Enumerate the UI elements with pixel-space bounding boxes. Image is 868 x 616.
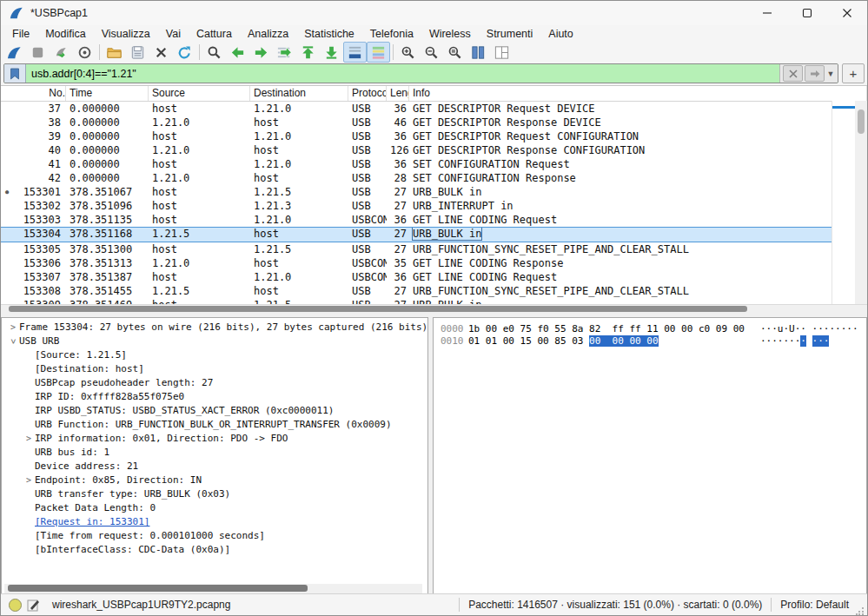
packet-row-38[interactable]: 380.0000001.21.0hostUSB46GET DESCRIPTOR … bbox=[1, 116, 867, 129]
close-file-icon[interactable] bbox=[149, 42, 173, 63]
detail-line[interactable]: >IRP information: 0x01, Direction: PDO -… bbox=[2, 432, 427, 446]
hex-bytes[interactable]: 1b 00 e0 75 f0 55 8a 82 ff ff 11 00 00 c… bbox=[468, 323, 745, 335]
packet-list-vertical-scrollbar[interactable] bbox=[855, 101, 867, 305]
save-file-icon[interactable] bbox=[126, 42, 149, 63]
detail-line[interactable]: USBPcap pseudoheader length: 27 bbox=[2, 376, 427, 390]
close-icon[interactable] bbox=[827, 1, 867, 25]
hex-row-0000[interactable]: 00001b 00 e0 75 f0 55 8a 82 ff ff 11 00 … bbox=[434, 323, 866, 335]
horizontal-scrollbar-thumb[interactable] bbox=[9, 306, 747, 312]
zoom-in-icon[interactable] bbox=[396, 42, 420, 63]
packet-row-37[interactable]: 370.000000host1.21.0USB36GET DESCRIPTOR … bbox=[1, 102, 867, 116]
menu-item-cattura[interactable]: Cattura bbox=[189, 27, 240, 41]
expander-expanded-icon[interactable]: > bbox=[6, 335, 20, 348]
packet-row-41[interactable]: 410.000000host1.21.0USB36SET CONFIGURATI… bbox=[1, 157, 867, 171]
expander-collapsed-icon[interactable]: > bbox=[23, 474, 35, 487]
auto-scroll-icon[interactable] bbox=[343, 42, 367, 63]
display-filter-field[interactable]: usb.addr[0:4]=="1.21" ▼ bbox=[3, 63, 838, 83]
zoom-normal-icon[interactable] bbox=[443, 42, 467, 63]
first-packet-icon[interactable] bbox=[296, 42, 320, 63]
hex-bytes[interactable]: 01 01 00 15 00 85 03 00 00 00 00 bbox=[468, 335, 659, 348]
next-packet-icon[interactable] bbox=[249, 42, 273, 63]
packet-row-153308[interactable]: 153308378.3514551.21.5hostUSB27URB_FUNCT… bbox=[1, 284, 867, 298]
detail-line[interactable]: URB bus id: 1 bbox=[2, 446, 427, 460]
detail-line[interactable]: IRP ID: 0xffff828a55f075e0 bbox=[2, 390, 427, 404]
expander-collapsed-icon[interactable]: > bbox=[7, 321, 19, 334]
vertical-scrollbar-thumb[interactable] bbox=[858, 109, 865, 134]
menu-item-vai[interactable]: Vai bbox=[158, 27, 189, 41]
column-header-source[interactable]: Source bbox=[149, 86, 250, 101]
stop-capture-icon[interactable] bbox=[26, 42, 50, 63]
expander-collapsed-icon[interactable]: > bbox=[23, 432, 35, 446]
ascii-bytes[interactable]: ···u·U·· ········ bbox=[760, 323, 858, 335]
packet-row-153305[interactable]: 153305378.351300host1.21.5USB27URB_FUNCT… bbox=[1, 242, 867, 256]
column-header-protocol[interactable]: Protocol bbox=[348, 86, 387, 101]
packet-row-40[interactable]: 400.0000001.21.0hostUSB126GET DESCRIPTOR… bbox=[1, 143, 867, 157]
detail-line[interactable]: Packet Data Length: 0 bbox=[2, 501, 427, 515]
reload-file-icon[interactable] bbox=[173, 42, 196, 63]
zoom-out-icon[interactable] bbox=[420, 42, 443, 63]
hex-row-0010[interactable]: 001001 01 00 15 00 85 03 00 00 00 00····… bbox=[434, 335, 866, 348]
column-header-destination[interactable]: Destination bbox=[250, 86, 348, 101]
capture-options-icon[interactable] bbox=[73, 42, 96, 63]
packet-row-42[interactable]: 420.0000001.21.0hostUSB28SET CONFIGURATI… bbox=[1, 171, 867, 185]
packet-row-153301[interactable]: 153301●378.351067host1.21.5USB27URB_BULK… bbox=[1, 185, 867, 199]
menu-item-modifica[interactable]: Modifica bbox=[37, 27, 94, 41]
clear-filter-icon[interactable] bbox=[783, 65, 803, 82]
colorize-icon[interactable] bbox=[367, 42, 390, 63]
find-packet-icon[interactable] bbox=[202, 42, 226, 63]
display-filter-input[interactable]: usb.addr[0:4]=="1.21" bbox=[26, 64, 779, 83]
detail-line[interactable]: [Destination: host] bbox=[2, 362, 427, 376]
packet-row-153302[interactable]: 153302378.351096host1.21.3USB27URB_INTER… bbox=[1, 199, 867, 213]
detail-line[interactable]: [Source: 1.21.5] bbox=[2, 348, 427, 362]
profile-label[interactable]: Profilo: Default bbox=[780, 599, 849, 611]
layout-icon[interactable] bbox=[490, 42, 514, 63]
ascii-bytes[interactable]: ········ ··· bbox=[760, 335, 829, 348]
menu-item-strumenti[interactable]: Strumenti bbox=[479, 27, 541, 41]
menu-item-analizza[interactable]: Analizza bbox=[240, 27, 296, 41]
apply-filter-icon[interactable] bbox=[805, 65, 825, 82]
menu-item-statistiche[interactable]: Statistiche bbox=[296, 27, 362, 41]
resize-grip-icon[interactable] bbox=[856, 606, 865, 615]
start-capture-icon[interactable] bbox=[3, 42, 26, 63]
add-filter-button[interactable]: + bbox=[842, 63, 865, 83]
packet-list-minimap[interactable] bbox=[832, 101, 855, 305]
detail-line[interactable]: [bInterfaceClass: CDC-Data (0x0a)] bbox=[2, 543, 427, 557]
details-horizontal-scrollbar[interactable] bbox=[4, 584, 422, 593]
packet-row-153306[interactable]: 153306378.3513131.21.0hostUSBCOM35GET LI… bbox=[1, 256, 867, 270]
packet-row-153304[interactable]: 153304378.3511681.21.5hostUSB27URB_BULK … bbox=[1, 227, 867, 242]
packet-row-153307[interactable]: 153307378.351387host1.21.0USBCOM36GET LI… bbox=[1, 270, 867, 284]
detail-line[interactable]: [Request in: 153301] bbox=[2, 515, 427, 529]
go-to-packet-icon[interactable] bbox=[273, 42, 296, 63]
last-packet-icon[interactable] bbox=[320, 42, 343, 63]
menu-item-file[interactable]: File bbox=[4, 27, 37, 41]
packet-row-153303[interactable]: 153303378.351135host1.21.0USBCOM36GET LI… bbox=[1, 213, 867, 227]
detail-line[interactable]: URB transfer type: URB_BULK (0x03) bbox=[2, 487, 427, 501]
expert-info-icon[interactable] bbox=[9, 599, 22, 612]
open-file-icon[interactable] bbox=[103, 42, 126, 63]
detail-line[interactable]: [Time from request: 0.000101000 seconds] bbox=[2, 529, 427, 543]
filter-dropdown-icon[interactable]: ▼ bbox=[825, 70, 836, 78]
details-scrollbar-thumb[interactable] bbox=[8, 585, 308, 592]
column-header-time[interactable]: Time bbox=[66, 86, 149, 101]
resize-columns-icon[interactable] bbox=[467, 42, 490, 63]
detail-line[interactable]: URB Function: URB_FUNCTION_BULK_OR_INTER… bbox=[2, 418, 427, 432]
packet-row-39[interactable]: 390.000000host1.21.0USB36GET DESCRIPTOR … bbox=[1, 129, 867, 143]
detail-line[interactable]: >Frame 153304: 27 bytes on wire (216 bit… bbox=[2, 321, 427, 334]
menu-item-aiuto[interactable]: Aiuto bbox=[540, 27, 581, 41]
capture-comment-icon[interactable] bbox=[27, 599, 40, 612]
column-header-no[interactable]: No. bbox=[1, 86, 66, 101]
detail-line[interactable]: >USB URB bbox=[2, 334, 427, 348]
column-header-length[interactable]: Length bbox=[387, 86, 409, 101]
column-header-info[interactable]: Info bbox=[409, 86, 867, 101]
minimize-icon[interactable] bbox=[747, 1, 787, 25]
detail-line[interactable]: IRP USBD_STATUS: USBD_STATUS_XACT_ERROR … bbox=[2, 404, 427, 418]
detail-line[interactable]: >Endpoint: 0x85, Direction: IN bbox=[2, 474, 427, 487]
restart-capture-icon[interactable] bbox=[50, 42, 73, 63]
maximize-icon[interactable] bbox=[787, 1, 827, 25]
filter-bookmark-icon[interactable] bbox=[4, 64, 26, 83]
menu-item-telefonia[interactable]: Telefonia bbox=[362, 27, 421, 41]
detail-line[interactable]: Device address: 21 bbox=[2, 460, 427, 474]
menu-item-wireless[interactable]: Wireless bbox=[421, 27, 479, 41]
menu-item-visualizza[interactable]: Visualizza bbox=[94, 27, 158, 41]
previous-packet-icon[interactable] bbox=[226, 42, 249, 63]
